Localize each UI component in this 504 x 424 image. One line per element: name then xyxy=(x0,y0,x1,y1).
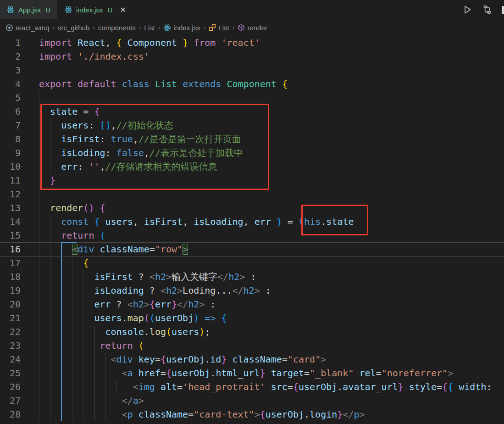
breadcrumb-item-components[interactable]: components xyxy=(98,24,136,32)
breadcrumb-label: render xyxy=(247,24,267,32)
open-changes-button[interactable] xyxy=(482,4,492,15)
vscode-window: App.jsx U index.jsx U ✕ xyxy=(0,0,504,424)
annotation-layer xyxy=(0,36,504,424)
tab-index-jsx[interactable]: index.jsx U ✕ xyxy=(58,0,133,19)
annotation-box-1 xyxy=(40,104,269,190)
breadcrumb-separator: › xyxy=(158,24,161,31)
record-icon xyxy=(6,24,13,32)
method-icon xyxy=(238,24,245,31)
breadcrumb-separator: › xyxy=(52,24,55,31)
breadcrumb-label: components xyxy=(98,24,136,32)
breadcrumb-label: index.jsx xyxy=(173,24,200,32)
breadcrumb-item-src-github[interactable]: src_github xyxy=(58,24,89,32)
split-editor-icon-partial xyxy=(502,6,504,14)
annotation-box-2 xyxy=(301,205,368,235)
breadcrumb-label: react_wmq xyxy=(16,24,49,32)
breadcrumb-separator: › xyxy=(93,24,95,31)
tab-label: App.jsx xyxy=(18,6,41,14)
react-icon xyxy=(64,6,72,14)
react-icon xyxy=(163,24,171,32)
breadcrumb-label: List xyxy=(144,24,155,32)
breadcrumb-item-list[interactable]: List xyxy=(209,24,229,32)
breadcrumb-item-render[interactable]: render xyxy=(238,24,267,32)
breadcrumb-separator: › xyxy=(204,24,206,31)
class-icon xyxy=(209,24,216,31)
breadcrumb-item-index-jsx[interactable]: index.jsx xyxy=(163,24,200,32)
breadcrumb-separator: › xyxy=(139,24,141,31)
breadcrumb-separator: › xyxy=(233,24,235,31)
editor-actions xyxy=(462,0,504,19)
git-status-badge: U xyxy=(45,6,50,14)
code-editor[interactable]: 1import React, { Component } from 'react… xyxy=(0,36,504,424)
breadcrumb-item-react-wmq[interactable]: react_wmq xyxy=(6,24,49,32)
breadcrumb-item-list[interactable]: List xyxy=(144,24,155,32)
tab-bar: App.jsx U index.jsx U ✕ xyxy=(0,0,504,19)
breadcrumb-label: List xyxy=(218,24,229,32)
close-icon[interactable]: ✕ xyxy=(120,6,126,14)
tab-app-jsx[interactable]: App.jsx U xyxy=(0,0,57,19)
breadcrumb-label: src_github xyxy=(58,24,89,32)
react-icon xyxy=(6,6,15,14)
run-button[interactable] xyxy=(462,4,473,15)
breadcrumb: react_wmq›src_github›components›List›ind… xyxy=(0,19,504,36)
git-status-badge: U xyxy=(107,6,112,14)
tab-label: index.jsx xyxy=(76,6,103,14)
